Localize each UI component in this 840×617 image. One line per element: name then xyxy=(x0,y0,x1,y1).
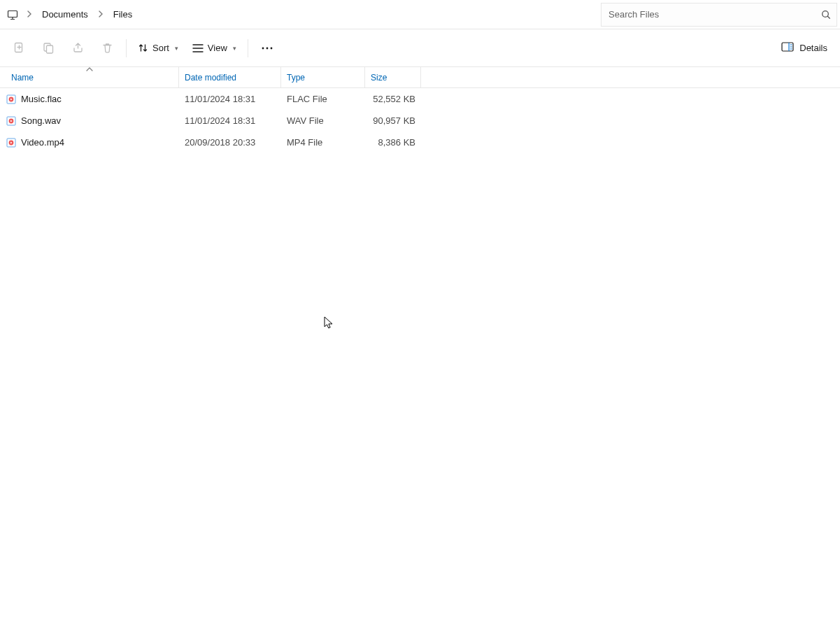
file-type: FLAC File xyxy=(281,94,365,104)
file-list[interactable]: Music.flac 11/01/2024 18:31 FLAC File 52… xyxy=(0,88,840,153)
chevron-down-icon: ▾ xyxy=(175,45,178,52)
svg-rect-0 xyxy=(8,10,17,17)
svg-rect-4 xyxy=(46,45,52,53)
view-label: View xyxy=(208,43,227,53)
column-header-date[interactable]: Date modified xyxy=(179,67,281,87)
view-button[interactable]: View ▾ xyxy=(185,35,243,62)
address-bar: Documents Files xyxy=(0,0,840,29)
file-name: Video.mp4 xyxy=(21,137,64,148)
chevron-right-icon[interactable] xyxy=(24,10,35,19)
file-date: 11/01/2024 18:31 xyxy=(179,115,281,126)
column-header-size[interactable]: Size xyxy=(365,67,421,87)
details-label: Details xyxy=(799,43,827,53)
svg-point-7 xyxy=(270,47,272,49)
file-date: 20/09/2018 20:33 xyxy=(179,137,281,148)
sort-icon xyxy=(138,43,148,53)
file-size: 90,957 KB xyxy=(365,115,421,126)
details-pane-icon xyxy=(781,42,794,54)
chevron-down-icon: ▾ xyxy=(233,45,236,52)
column-header-type[interactable]: Type xyxy=(281,67,365,87)
breadcrumb-item-documents[interactable]: Documents xyxy=(41,6,90,22)
file-date: 11/01/2024 18:31 xyxy=(179,94,281,104)
file-name: Song.wav xyxy=(21,115,61,126)
media-file-icon xyxy=(6,115,17,127)
file-type: MP4 File xyxy=(281,137,365,148)
sort-ascending-icon xyxy=(86,66,93,73)
share-button[interactable] xyxy=(63,35,92,62)
view-icon xyxy=(192,43,204,53)
file-row[interactable]: Video.mp4 20/09/2018 20:33 MP4 File 8,38… xyxy=(0,132,840,153)
this-pc-icon[interactable] xyxy=(7,9,18,20)
column-headers: Name Date modified Type Size xyxy=(0,67,840,88)
details-pane-button[interactable]: Details xyxy=(773,35,836,62)
search-icon[interactable] xyxy=(816,10,837,20)
delete-button[interactable] xyxy=(92,35,122,62)
mouse-cursor xyxy=(324,316,334,330)
file-name: Music.flac xyxy=(21,94,62,104)
sort-button[interactable]: Sort ▾ xyxy=(131,35,185,62)
file-row[interactable]: Song.wav 11/01/2024 18:31 WAV File 90,95… xyxy=(0,110,840,132)
svg-point-5 xyxy=(262,47,264,49)
file-row[interactable]: Music.flac 11/01/2024 18:31 FLAC File 52… xyxy=(0,88,840,110)
breadcrumb[interactable]: Documents Files xyxy=(0,0,601,29)
search-input[interactable] xyxy=(601,9,816,20)
media-file-icon xyxy=(6,137,17,148)
toolbar: Sort ▾ View ▾ Details xyxy=(0,29,840,67)
file-size: 52,552 KB xyxy=(365,94,421,104)
column-header-name[interactable]: Name xyxy=(0,67,179,87)
chevron-right-icon[interactable] xyxy=(95,10,106,19)
media-file-icon xyxy=(6,94,17,105)
toolbar-separator xyxy=(126,39,127,57)
svg-point-6 xyxy=(266,47,268,49)
file-size: 8,386 KB xyxy=(365,137,421,148)
more-button[interactable] xyxy=(252,35,282,62)
breadcrumb-item-files[interactable]: Files xyxy=(112,6,134,22)
file-type: WAV File xyxy=(281,115,365,126)
sort-label: Sort xyxy=(152,43,169,53)
search-box[interactable] xyxy=(601,3,837,27)
new-item-button[interactable] xyxy=(4,35,34,62)
copy-button[interactable] xyxy=(34,35,63,62)
toolbar-separator xyxy=(248,39,248,57)
